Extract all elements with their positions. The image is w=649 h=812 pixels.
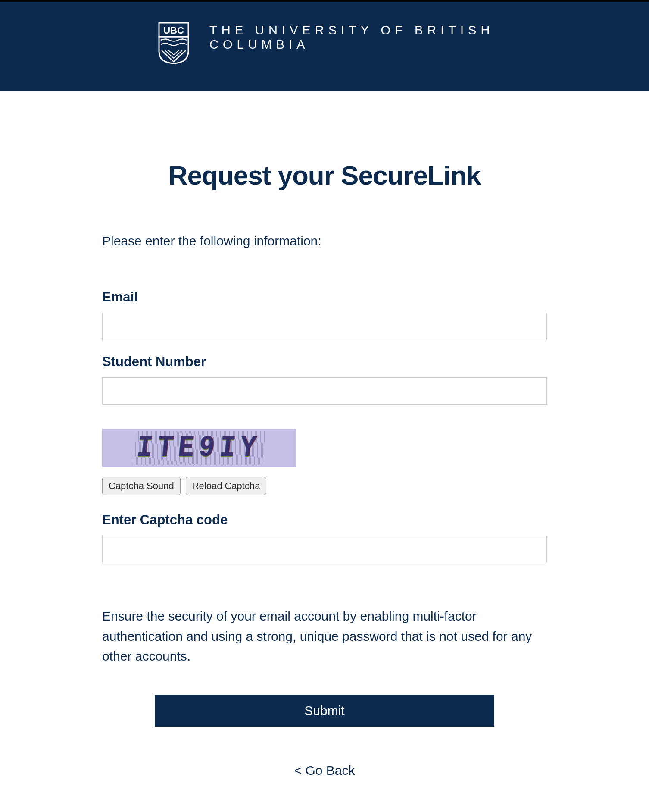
university-name: THE UNIVERSITY OF BRITISH COLUMBIA: [209, 21, 600, 52]
submit-button[interactable]: Submit: [155, 695, 494, 727]
email-group: Email: [102, 289, 547, 340]
go-back-link[interactable]: < Go Back: [102, 763, 547, 804]
captcha-code-label: Enter Captcha code: [102, 512, 547, 528]
captcha-display-text: ITE9IY: [133, 431, 265, 465]
svg-text:UBC: UBC: [163, 25, 184, 36]
captcha-code-input[interactable]: [102, 536, 547, 563]
captcha-sound-button[interactable]: Captcha Sound: [102, 477, 181, 495]
intro-text: Please enter the following information:: [102, 234, 547, 248]
reload-captcha-button[interactable]: Reload Captcha: [186, 477, 267, 495]
captcha-code-group: Enter Captcha code: [102, 512, 547, 563]
email-input[interactable]: [102, 313, 547, 340]
security-note: Ensure the security of your email accoun…: [102, 606, 547, 667]
page-title: Request your SecureLink: [102, 160, 547, 191]
site-header: UBC THE UNIVERSITY OF BRITISH COLUMBIA: [0, 0, 649, 91]
email-label: Email: [102, 289, 547, 305]
ubc-logo-icon: UBC: [157, 21, 190, 64]
student-number-group: Student Number: [102, 354, 547, 405]
captcha-image: ITE9IY: [102, 429, 296, 467]
student-number-label: Student Number: [102, 354, 547, 370]
student-number-input[interactable]: [102, 377, 547, 405]
